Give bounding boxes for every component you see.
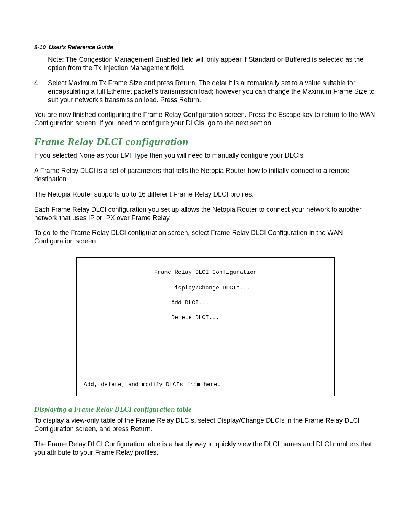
terminal-footer: Add, delete, and modify DLCIs from here. bbox=[84, 382, 221, 388]
paragraph: The Netopia Router supports up to 16 dif… bbox=[34, 190, 377, 199]
header-title: User's Reference Guide bbox=[49, 44, 113, 50]
page-number: 8-10 bbox=[34, 44, 46, 50]
step-number: 4. bbox=[34, 79, 48, 87]
paragraph: To display a view-only table of the Fram… bbox=[34, 417, 377, 433]
note-paragraph: Note: The Congestion Management Enabled … bbox=[48, 56, 377, 72]
subsection-title: Displaying a Frame Relay DLCI configurat… bbox=[34, 406, 377, 414]
finished-paragraph: You are now finished configuring the Fra… bbox=[34, 111, 377, 128]
step-4: 4. Select Maximum Tx Frame Size and pres… bbox=[34, 79, 377, 104]
terminal-menu-item: Add DLCI... bbox=[171, 300, 327, 306]
paragraph: Each Frame Relay DLCI configuration you … bbox=[34, 206, 377, 222]
document-page: 8-10 User's Reference Guide Note: The Co… bbox=[0, 0, 411, 498]
paragraph: If you selected None as your LMI Type th… bbox=[34, 152, 377, 160]
terminal-menu-item: Delete DLCI... bbox=[171, 315, 327, 321]
terminal-menu-item: Display/Change DLCIs... bbox=[171, 285, 327, 291]
terminal-menu: Display/Change DLCIs... Add DLCI... Dele… bbox=[171, 285, 327, 321]
terminal-screen: Frame Relay DLCI Configuration Display/C… bbox=[76, 257, 335, 396]
paragraph: To go to the Frame Relay DLCI configurat… bbox=[34, 229, 377, 246]
page-header: 8-10 User's Reference Guide bbox=[34, 44, 377, 50]
paragraph: The Frame Relay DLCI Configuration table… bbox=[34, 440, 377, 457]
paragraph: A Frame Relay DLCI is a set of parameter… bbox=[34, 167, 377, 184]
terminal-title: Frame Relay DLCI Configuration bbox=[84, 269, 327, 276]
step-text: Select Maximum Tx Frame Size and press R… bbox=[48, 79, 377, 104]
section-title: Frame Relay DLCI configuration bbox=[34, 136, 377, 148]
